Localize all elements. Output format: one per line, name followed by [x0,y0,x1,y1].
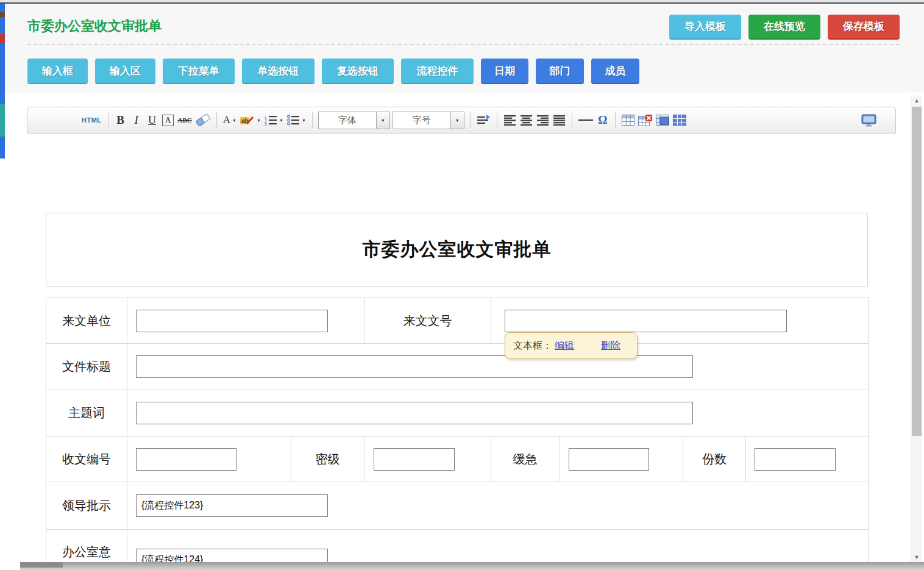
font-family-value: 字体 [319,112,376,129]
special-character-button[interactable]: Ω [595,111,611,129]
align-center-icon [520,115,533,126]
control-button-dropdown[interactable]: 下拉菜单 [163,59,235,84]
toolbar-separator [572,112,572,128]
font-family-select[interactable]: 字体 ▼ [318,112,390,129]
horizontal-scrollbar[interactable] [20,562,924,570]
delete-table-button[interactable] [636,111,654,129]
table-row: 办公室意见 [46,530,869,563]
delete-table-icon [638,115,652,126]
table-row-properties-icon [673,115,686,126]
form-title: 市委办公室收文审批单 [363,237,552,262]
page-header: 市委办公室收文审批单 导入模板 在线预览 保存模板 输入框 输入区 下拉菜单 单… [5,4,924,93]
control-button-date[interactable]: 日期 [481,59,528,84]
label-incoming-doc-number: 来文文号 [364,298,491,344]
cell-document-title [127,344,869,390]
indent-button[interactable] [475,111,492,129]
control-button-member[interactable]: 成员 [591,59,639,84]
eraser-icon [196,114,210,126]
chevron-down-icon: ▼ [376,112,389,129]
page-title: 市委办公室收文审批单 [27,17,162,35]
copies-input[interactable] [755,448,836,471]
office-opinion-input[interactable] [136,549,328,562]
label-office-opinion: 办公室意见 [46,530,127,563]
monitor-icon [861,114,876,127]
cell-copies [746,436,869,482]
table-cell-properties-button[interactable] [654,111,671,129]
horizontal-scrollbar-thumb[interactable] [20,562,63,568]
align-justify-icon [553,115,566,126]
ordered-list-icon: 1 2 3 [265,115,277,126]
table-row-properties-button[interactable] [671,111,688,129]
font-size-value: 字号 [393,112,450,129]
vertical-scrollbar[interactable]: ▲ ▼ [911,96,922,562]
rich-text-editor: HTML B I U A ABC A ▼ ab ▼ [27,107,896,562]
cell-subject-words [127,390,869,436]
align-left-button[interactable] [502,111,518,129]
save-template-button[interactable]: 保存模板 [828,15,900,40]
table-row: 主题词 [46,390,869,436]
font-size-select[interactable]: 字号 ▼ [393,112,464,129]
html-source-button[interactable]: HTML [80,111,104,129]
control-button-checkbox[interactable]: 复选按钮 [322,59,394,84]
chevron-down-icon: ▼ [257,118,261,123]
delete-link[interactable]: 删除 [601,340,620,352]
strikethrough-button[interactable]: ABC [176,111,194,129]
incoming-unit-input[interactable] [136,310,328,332]
scroll-down-arrow[interactable]: ▼ [911,552,922,562]
control-button-radio[interactable]: 单选按钮 [242,59,315,84]
label-leader-instructions: 领导批示 [46,482,127,530]
scroll-up-arrow[interactable]: ▲ [911,96,922,105]
highlight-color-icon: ab [240,115,255,126]
table-row: 领导批示 [46,482,869,530]
chevron-down-icon: ▼ [279,118,283,123]
insert-table-icon [622,115,634,126]
italic-button[interactable]: I [129,111,144,129]
cell-urgency [560,436,683,482]
import-template-button[interactable]: 导入模板 [669,15,741,40]
leader-instructions-input[interactable] [136,494,328,517]
align-right-button[interactable] [535,111,551,129]
horizontal-rule-button[interactable] [577,111,595,129]
boxed-a-icon: A [162,115,173,126]
control-button-input-box[interactable]: 输入框 [27,59,88,84]
editor-content[interactable]: 市委办公室收文审批单 来文单位 来文文号 文件标题 主题词 收文 [27,134,896,562]
online-preview-button[interactable]: 在线预览 [748,15,820,40]
label-document-title: 文件标题 [46,344,127,390]
chevron-down-icon: ▼ [232,118,236,123]
align-left-icon [503,115,516,126]
form-control-buttons: 输入框 输入区 下拉菜单 单选按钮 复选按钮 流程控件 日期 部门 成员 [27,59,639,84]
urgency-input[interactable] [569,448,649,471]
fullscreen-button[interactable] [859,111,878,129]
eraser-button[interactable] [194,111,212,129]
toolbar-separator [470,112,471,128]
subject-words-input[interactable] [136,402,693,424]
control-button-department[interactable]: 部门 [536,59,584,84]
cell-receipt-number [127,436,291,482]
receipt-number-input[interactable] [136,448,236,471]
insert-table-button[interactable] [620,111,636,129]
align-justify-button[interactable] [551,111,567,129]
edge-fragment [0,104,5,137]
underline-button[interactable]: U [144,111,160,129]
inline-style-button[interactable]: A [160,111,176,129]
cell-leader-instructions [127,482,869,530]
control-button-flow-control[interactable]: 流程控件 [401,59,474,84]
font-color-icon: A [223,114,230,126]
control-button-textarea[interactable]: 输入区 [95,59,155,84]
align-center-button[interactable] [518,111,535,129]
form-title-block: 市委办公室收文审批单 [46,213,868,287]
svg-text:3: 3 [265,122,267,126]
unordered-list-button[interactable]: ▼ [285,111,308,129]
incoming-doc-number-input[interactable] [505,310,787,332]
chevron-down-icon: ▼ [302,118,306,123]
table-row: 来文单位 来文文号 [46,298,869,344]
security-level-input[interactable] [374,448,455,471]
bold-button[interactable]: B [113,111,129,129]
label-incoming-unit: 来文单位 [46,298,127,344]
edit-link[interactable]: 编辑 [555,340,574,352]
font-color-button[interactable]: A ▼ [221,111,238,129]
dashed-divider [27,44,900,45]
vertical-scrollbar-thumb[interactable] [912,107,922,436]
highlight-color-button[interactable]: ab ▼ [238,111,263,129]
ordered-list-button[interactable]: 1 2 3 ▼ [263,111,285,129]
